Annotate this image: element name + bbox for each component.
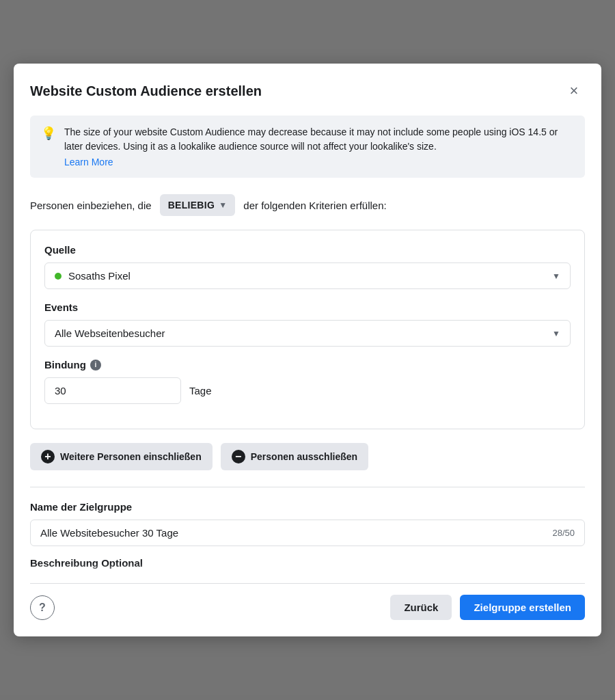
bindung-field: Bindung i Tage bbox=[44, 359, 571, 404]
source-dropdown[interactable]: Sosaths Pixel ▼ bbox=[44, 262, 571, 289]
source-chevron-icon: ▼ bbox=[552, 271, 560, 281]
create-audience-button[interactable]: Zielgruppe erstellen bbox=[460, 595, 585, 620]
back-button[interactable]: Zurück bbox=[390, 595, 452, 620]
filter-prefix: Personen einbeziehen, die bbox=[30, 200, 152, 211]
bindung-label: Bindung bbox=[44, 359, 86, 371]
exclude-label: Personen ausschließen bbox=[251, 451, 357, 462]
modal-dialog: Website Custom Audience erstellen × 💡 Th… bbox=[14, 64, 601, 636]
bindung-info-icon[interactable]: i bbox=[90, 360, 101, 371]
chevron-down-icon: ▼ bbox=[219, 200, 227, 210]
filter-row: Personen einbeziehen, die BELIEBIG ▼ der… bbox=[30, 194, 585, 216]
events-chevron-icon: ▼ bbox=[552, 329, 560, 338]
beschreibung-label: Beschreibung Optional bbox=[30, 557, 585, 569]
audience-name-input[interactable] bbox=[40, 527, 552, 539]
tage-label: Tage bbox=[189, 385, 212, 396]
action-buttons: + Weitere Personen einschließen − Person… bbox=[30, 443, 585, 470]
bindung-label-row: Bindung i bbox=[44, 359, 571, 371]
events-value: Alle Webseitenbesucher bbox=[55, 327, 165, 339]
filter-suffix: der folgenden Kriterien erfüllen: bbox=[243, 200, 386, 211]
minus-icon: − bbox=[232, 450, 245, 463]
char-count: 28/50 bbox=[552, 528, 575, 538]
help-button[interactable]: ? bbox=[30, 595, 55, 620]
close-button[interactable]: × bbox=[563, 80, 585, 102]
exclude-people-button[interactable]: − Personen ausschließen bbox=[221, 443, 368, 470]
info-banner: 💡 The size of your website Custom Audien… bbox=[30, 116, 585, 178]
modal-title: Website Custom Audience erstellen bbox=[30, 83, 262, 99]
modal-overlay: Website Custom Audience erstellen × 💡 Th… bbox=[0, 0, 615, 700]
include-label: Weitere Personen einschließen bbox=[60, 451, 202, 462]
criteria-box: Quelle Sosaths Pixel ▼ Events Alle Webse… bbox=[30, 230, 585, 429]
modal-header: Website Custom Audience erstellen × bbox=[30, 80, 585, 102]
green-status-dot bbox=[55, 273, 62, 280]
audience-name-section: Name der Zielgruppe 28/50 bbox=[30, 501, 585, 546]
bindung-input-row: Tage bbox=[44, 377, 571, 404]
beschreibung-section: Beschreibung Optional bbox=[30, 557, 585, 578]
modal-footer: ? Zurück Zielgruppe erstellen bbox=[30, 583, 585, 620]
events-dropdown[interactable]: Alle Webseitenbesucher ▼ bbox=[44, 320, 571, 347]
events-field: Events Alle Webseitenbesucher ▼ bbox=[44, 301, 571, 347]
info-banner-text: The size of your website Custom Audience… bbox=[64, 125, 574, 154]
footer-right: Zurück Zielgruppe erstellen bbox=[390, 595, 585, 620]
dropdown-label: BELIEBIG bbox=[168, 200, 215, 211]
lightbulb-icon: 💡 bbox=[41, 126, 56, 141]
include-people-button[interactable]: + Weitere Personen einschließen bbox=[30, 443, 213, 470]
events-label: Events bbox=[44, 301, 571, 313]
source-label: Quelle bbox=[44, 244, 571, 256]
source-value: Sosaths Pixel bbox=[68, 270, 131, 282]
learn-more-link[interactable]: Learn More bbox=[64, 157, 113, 167]
info-banner-content: The size of your website Custom Audience… bbox=[64, 125, 574, 168]
audience-name-input-wrapper[interactable]: 28/50 bbox=[30, 520, 585, 546]
audience-name-label: Name der Zielgruppe bbox=[30, 501, 585, 513]
source-field: Quelle Sosaths Pixel ▼ bbox=[44, 244, 571, 289]
plus-icon: + bbox=[41, 450, 55, 463]
beliebig-dropdown[interactable]: BELIEBIG ▼ bbox=[160, 194, 236, 216]
bindung-input[interactable] bbox=[44, 377, 181, 404]
divider bbox=[30, 487, 585, 487]
